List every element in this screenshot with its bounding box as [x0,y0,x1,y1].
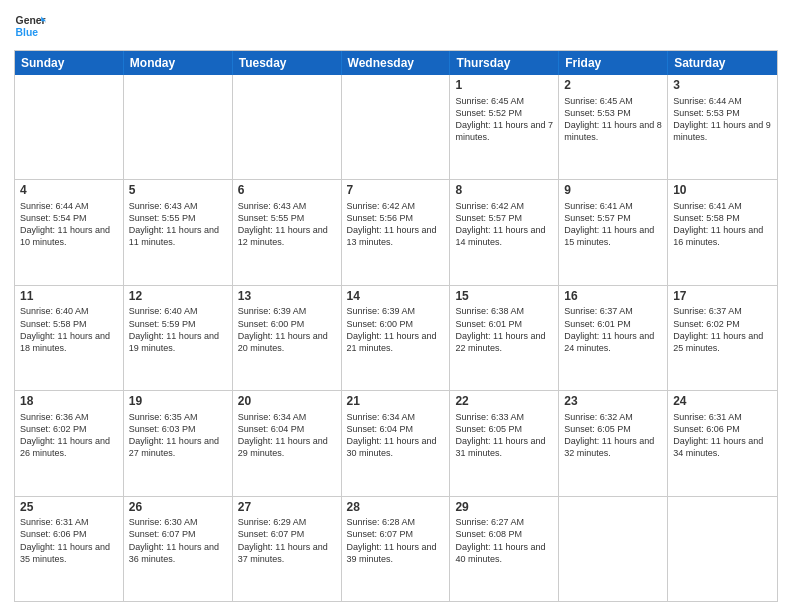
calendar: SundayMondayTuesdayWednesdayThursdayFrid… [14,50,778,602]
calendar-cell: 29Sunrise: 6:27 AM Sunset: 6:08 PM Dayli… [450,497,559,601]
day-number: 1 [455,78,553,94]
calendar-cell: 10Sunrise: 6:41 AM Sunset: 5:58 PM Dayli… [668,180,777,284]
cell-info: Sunrise: 6:39 AM Sunset: 6:00 PM Dayligh… [238,305,336,354]
calendar-row: 11Sunrise: 6:40 AM Sunset: 5:58 PM Dayli… [15,286,777,391]
logo-icon: General Blue [14,10,46,42]
cell-info: Sunrise: 6:31 AM Sunset: 6:06 PM Dayligh… [20,516,118,565]
calendar-cell: 16Sunrise: 6:37 AM Sunset: 6:01 PM Dayli… [559,286,668,390]
calendar-row: 18Sunrise: 6:36 AM Sunset: 6:02 PM Dayli… [15,391,777,496]
calendar-cell [559,497,668,601]
calendar-row: 4Sunrise: 6:44 AM Sunset: 5:54 PM Daylig… [15,180,777,285]
day-number: 10 [673,183,772,199]
day-number: 5 [129,183,227,199]
svg-text:Blue: Blue [16,27,39,38]
day-number: 4 [20,183,118,199]
calendar-cell: 14Sunrise: 6:39 AM Sunset: 6:00 PM Dayli… [342,286,451,390]
cell-info: Sunrise: 6:43 AM Sunset: 5:55 PM Dayligh… [129,200,227,249]
day-number: 9 [564,183,662,199]
calendar-cell: 28Sunrise: 6:28 AM Sunset: 6:07 PM Dayli… [342,497,451,601]
day-number: 27 [238,500,336,516]
header-day: Sunday [15,51,124,75]
cell-info: Sunrise: 6:40 AM Sunset: 5:59 PM Dayligh… [129,305,227,354]
cell-info: Sunrise: 6:45 AM Sunset: 5:53 PM Dayligh… [564,95,662,144]
cell-info: Sunrise: 6:29 AM Sunset: 6:07 PM Dayligh… [238,516,336,565]
day-number: 8 [455,183,553,199]
cell-info: Sunrise: 6:34 AM Sunset: 6:04 PM Dayligh… [347,411,445,460]
day-number: 29 [455,500,553,516]
calendar-cell [233,75,342,179]
day-number: 12 [129,289,227,305]
day-number: 13 [238,289,336,305]
calendar-cell [15,75,124,179]
cell-info: Sunrise: 6:45 AM Sunset: 5:52 PM Dayligh… [455,95,553,144]
cell-info: Sunrise: 6:39 AM Sunset: 6:00 PM Dayligh… [347,305,445,354]
day-number: 16 [564,289,662,305]
cell-info: Sunrise: 6:37 AM Sunset: 6:01 PM Dayligh… [564,305,662,354]
header-day: Friday [559,51,668,75]
calendar-cell: 23Sunrise: 6:32 AM Sunset: 6:05 PM Dayli… [559,391,668,495]
cell-info: Sunrise: 6:33 AM Sunset: 6:05 PM Dayligh… [455,411,553,460]
day-number: 19 [129,394,227,410]
cell-info: Sunrise: 6:34 AM Sunset: 6:04 PM Dayligh… [238,411,336,460]
header: General Blue [14,10,778,42]
header-day: Wednesday [342,51,451,75]
cell-info: Sunrise: 6:35 AM Sunset: 6:03 PM Dayligh… [129,411,227,460]
calendar-cell: 22Sunrise: 6:33 AM Sunset: 6:05 PM Dayli… [450,391,559,495]
calendar-cell: 4Sunrise: 6:44 AM Sunset: 5:54 PM Daylig… [15,180,124,284]
logo: General Blue [14,10,46,42]
calendar-cell: 20Sunrise: 6:34 AM Sunset: 6:04 PM Dayli… [233,391,342,495]
calendar-cell: 27Sunrise: 6:29 AM Sunset: 6:07 PM Dayli… [233,497,342,601]
day-number: 3 [673,78,772,94]
day-number: 17 [673,289,772,305]
day-number: 24 [673,394,772,410]
calendar-cell: 9Sunrise: 6:41 AM Sunset: 5:57 PM Daylig… [559,180,668,284]
cell-info: Sunrise: 6:41 AM Sunset: 5:58 PM Dayligh… [673,200,772,249]
cell-info: Sunrise: 6:30 AM Sunset: 6:07 PM Dayligh… [129,516,227,565]
day-number: 7 [347,183,445,199]
day-number: 22 [455,394,553,410]
day-number: 2 [564,78,662,94]
cell-info: Sunrise: 6:36 AM Sunset: 6:02 PM Dayligh… [20,411,118,460]
calendar-cell: 21Sunrise: 6:34 AM Sunset: 6:04 PM Dayli… [342,391,451,495]
page: General Blue SundayMondayTuesdayWednesda… [0,0,792,612]
calendar-cell: 15Sunrise: 6:38 AM Sunset: 6:01 PM Dayli… [450,286,559,390]
calendar-cell: 17Sunrise: 6:37 AM Sunset: 6:02 PM Dayli… [668,286,777,390]
calendar-cell [124,75,233,179]
header-day: Saturday [668,51,777,75]
calendar-cell [342,75,451,179]
day-number: 26 [129,500,227,516]
header-day: Thursday [450,51,559,75]
day-number: 11 [20,289,118,305]
calendar-cell: 13Sunrise: 6:39 AM Sunset: 6:00 PM Dayli… [233,286,342,390]
calendar-cell: 12Sunrise: 6:40 AM Sunset: 5:59 PM Dayli… [124,286,233,390]
cell-info: Sunrise: 6:44 AM Sunset: 5:53 PM Dayligh… [673,95,772,144]
calendar-cell: 24Sunrise: 6:31 AM Sunset: 6:06 PM Dayli… [668,391,777,495]
calendar-body: 1Sunrise: 6:45 AM Sunset: 5:52 PM Daylig… [15,75,777,601]
cell-info: Sunrise: 6:42 AM Sunset: 5:57 PM Dayligh… [455,200,553,249]
cell-info: Sunrise: 6:40 AM Sunset: 5:58 PM Dayligh… [20,305,118,354]
calendar-cell: 25Sunrise: 6:31 AM Sunset: 6:06 PM Dayli… [15,497,124,601]
cell-info: Sunrise: 6:44 AM Sunset: 5:54 PM Dayligh… [20,200,118,249]
day-number: 21 [347,394,445,410]
calendar-header: SundayMondayTuesdayWednesdayThursdayFrid… [15,51,777,75]
day-number: 18 [20,394,118,410]
calendar-cell: 1Sunrise: 6:45 AM Sunset: 5:52 PM Daylig… [450,75,559,179]
cell-info: Sunrise: 6:27 AM Sunset: 6:08 PM Dayligh… [455,516,553,565]
cell-info: Sunrise: 6:32 AM Sunset: 6:05 PM Dayligh… [564,411,662,460]
calendar-cell: 6Sunrise: 6:43 AM Sunset: 5:55 PM Daylig… [233,180,342,284]
day-number: 15 [455,289,553,305]
calendar-row: 25Sunrise: 6:31 AM Sunset: 6:06 PM Dayli… [15,497,777,601]
calendar-cell: 2Sunrise: 6:45 AM Sunset: 5:53 PM Daylig… [559,75,668,179]
calendar-cell [668,497,777,601]
cell-info: Sunrise: 6:41 AM Sunset: 5:57 PM Dayligh… [564,200,662,249]
day-number: 28 [347,500,445,516]
cell-info: Sunrise: 6:28 AM Sunset: 6:07 PM Dayligh… [347,516,445,565]
cell-info: Sunrise: 6:43 AM Sunset: 5:55 PM Dayligh… [238,200,336,249]
calendar-cell: 7Sunrise: 6:42 AM Sunset: 5:56 PM Daylig… [342,180,451,284]
day-number: 25 [20,500,118,516]
header-day: Tuesday [233,51,342,75]
day-number: 20 [238,394,336,410]
header-day: Monday [124,51,233,75]
calendar-row: 1Sunrise: 6:45 AM Sunset: 5:52 PM Daylig… [15,75,777,180]
day-number: 14 [347,289,445,305]
